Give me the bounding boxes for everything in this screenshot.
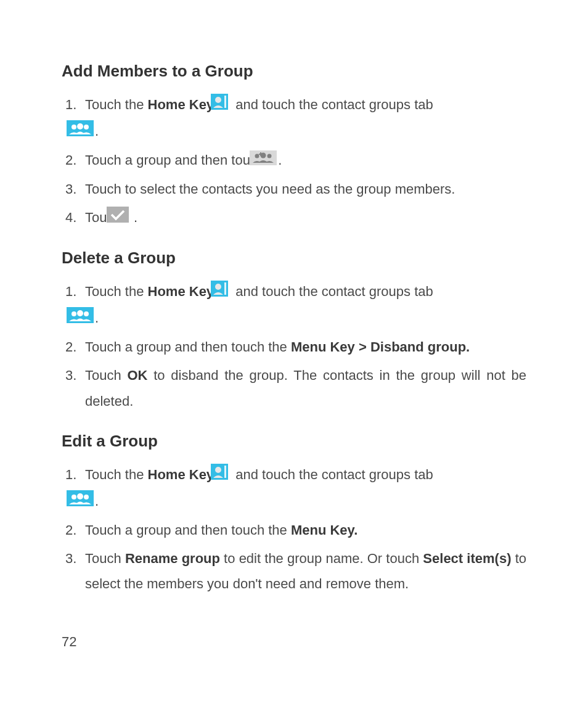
list-item: 3.Touch to select the contacts you need …: [85, 176, 526, 202]
step-bold: Rename group: [125, 551, 220, 566]
step-text: and touch the contact groups tab: [232, 97, 433, 112]
step-list-edit-group: 1.Touch the Home Key > and touch the con…: [62, 462, 526, 598]
step-number: 1.: [65, 462, 85, 488]
svg-point-27: [84, 495, 89, 499]
step-bold: Menu Key.: [291, 522, 357, 538]
step-text: Touch: [85, 551, 125, 566]
step-text: to edit the group name. Or touch: [220, 551, 423, 566]
svg-point-6: [84, 125, 89, 129]
step-text: to disband the group. The contacts in th…: [85, 368, 526, 409]
step-number: 2.: [65, 334, 85, 360]
list-item: 3.Touch OK to disband the group. The con…: [85, 363, 526, 414]
svg-rect-13: [107, 207, 129, 223]
svg-point-10: [267, 154, 272, 158]
groups-tab-icon: [86, 119, 94, 145]
groups-tab-icon: [86, 306, 94, 332]
step-text: and touch the contact groups tab: [232, 467, 433, 482]
svg-point-23: [215, 467, 221, 473]
step-number: 4.: [65, 205, 85, 231]
step-text: Touch a group and then touch the: [85, 522, 291, 538]
list-item: 2.Touch a group and then touch the Menu …: [85, 517, 526, 543]
svg-point-5: [77, 123, 83, 129]
svg-point-16: [215, 284, 221, 290]
step-text: and touch the contact groups tab: [232, 284, 433, 299]
svg-point-18: [71, 311, 76, 316]
svg-rect-1: [224, 96, 226, 108]
svg-point-19: [77, 310, 83, 316]
list-item: 4.Touch .: [85, 205, 526, 231]
step-text: Touch a group and then touch: [85, 152, 268, 168]
svg-rect-15: [224, 282, 226, 295]
section-heading-edit-group: Edit a Group: [62, 432, 526, 451]
step-text: .: [95, 123, 99, 139]
add-group-icon: [269, 148, 277, 174]
step-text: Touch the: [85, 284, 148, 299]
step-number: 2.: [65, 517, 85, 543]
list-item: 1.Touch the Home Key > and touch the con…: [85, 279, 526, 332]
step-text: .: [95, 310, 99, 326]
list-item: 3.Touch Rename group to edit the group n…: [85, 546, 526, 598]
step-bold: Menu Key > Disband group.: [291, 339, 470, 355]
step-text: .: [278, 152, 282, 168]
step-list-delete-group: 1.Touch the Home Key > and touch the con…: [62, 279, 526, 414]
step-number: 2.: [65, 147, 85, 173]
list-item: 1.Touch the Home Key > and touch the con…: [85, 92, 526, 145]
groups-tab-icon: [86, 489, 94, 515]
section-heading-add-members: Add Members to a Group: [62, 62, 526, 81]
list-item: 2.Touch a group and then touch the Menu …: [85, 334, 526, 360]
svg-point-2: [215, 97, 221, 103]
step-number: 3.: [65, 176, 85, 202]
manual-page: Add Members to a Group 1.Touch the Home …: [0, 0, 588, 675]
step-text: .: [130, 210, 137, 225]
section-heading-delete-group: Delete a Group: [62, 249, 526, 268]
step-number: 3.: [65, 546, 85, 572]
step-number: 3.: [65, 363, 85, 388]
svg-rect-22: [224, 466, 226, 478]
step-text: Touch the: [85, 467, 148, 482]
page-number: 72: [62, 634, 526, 650]
step-text: Touch to select the contacts you need as…: [85, 181, 455, 197]
list-item: 2.Touch a group and then touch .: [85, 147, 526, 174]
step-text: Touch a group and then touch the: [85, 339, 291, 355]
svg-point-20: [84, 311, 89, 316]
step-bold: Select item(s): [423, 551, 511, 566]
svg-point-4: [71, 125, 76, 129]
step-number: 1.: [65, 92, 85, 118]
svg-point-25: [71, 495, 76, 499]
svg-point-26: [77, 493, 83, 499]
step-list-add-members: 1.Touch the Home Key > and touch the con…: [62, 92, 526, 231]
list-item: 1.Touch the Home Key > and touch the con…: [85, 462, 526, 515]
step-text: .: [95, 493, 99, 509]
checkmark-icon: [126, 205, 129, 231]
step-bold: OK: [127, 368, 147, 383]
svg-point-8: [255, 154, 259, 158]
step-text: Touch: [85, 368, 127, 383]
step-number: 1.: [65, 279, 85, 305]
step-text: Touch the: [85, 97, 148, 112]
